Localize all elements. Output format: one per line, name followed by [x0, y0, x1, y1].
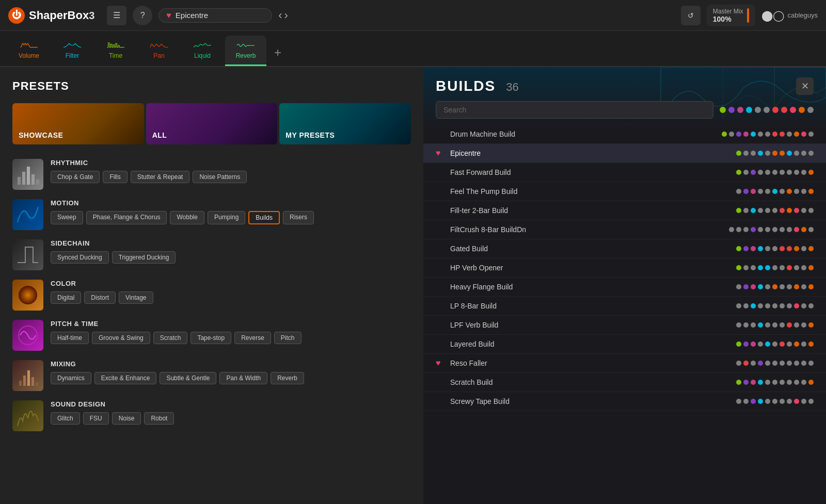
preset-heart[interactable]: ♥: [166, 11, 171, 20]
search-row: [423, 101, 826, 125]
tag-chop---gate[interactable]: Chop & Gate: [51, 171, 100, 183]
tag-dynamics[interactable]: Dynamics: [51, 372, 91, 384]
close-panel-button[interactable]: ✕: [796, 77, 814, 95]
color-filter-dot[interactable]: [755, 107, 761, 113]
power-icon: ⏻: [8, 7, 25, 24]
tag-stutter---repeat[interactable]: Stutter & Repeat: [131, 171, 190, 183]
tag-noise-patterns[interactable]: Noise Patterns: [193, 171, 247, 183]
preset-favorite-icon[interactable]: ♥: [436, 378, 446, 387]
tab-filter[interactable]: Filter: [52, 36, 93, 66]
tag-reverb[interactable]: Reverb: [271, 372, 304, 384]
tag-half-time[interactable]: Half-time: [51, 332, 89, 344]
preset-favorite-icon[interactable]: ♥: [436, 244, 446, 253]
tag-scratch[interactable]: Scratch: [153, 332, 188, 344]
menu-button[interactable]: ☰: [107, 6, 126, 25]
tag-reverse[interactable]: Reverse: [234, 332, 271, 344]
preset-item[interactable]: ♥Feel The Pump Build: [423, 182, 826, 201]
preset-favorite-icon[interactable]: ♥: [436, 168, 446, 177]
tag-tape-stop[interactable]: Tape-stop: [190, 332, 231, 344]
tag-noise[interactable]: Noise: [112, 412, 141, 425]
preset-favorite-icon[interactable]: ♥: [436, 359, 446, 368]
color-filter-dot[interactable]: [764, 107, 770, 113]
svg-rect-0: [18, 177, 21, 185]
tag-sweep[interactable]: Sweep: [51, 211, 83, 224]
preset-name: Epicentre: [176, 11, 208, 20]
mypresets-card[interactable]: MY PRESETS: [279, 103, 411, 144]
preset-favorite-icon[interactable]: ♥: [436, 129, 446, 139]
tag-groove---swing[interactable]: Groove & Swing: [92, 332, 150, 344]
preset-item[interactable]: ♥Drum Machine Build: [423, 125, 826, 144]
color-filter-dot[interactable]: [737, 107, 743, 113]
tag-synced-ducking[interactable]: Synced Ducking: [51, 251, 109, 264]
preset-prev-button[interactable]: ‹: [278, 9, 282, 22]
tag-excite---enhance[interactable]: Excite & Enhance: [94, 372, 157, 384]
tag-subtle---gentle[interactable]: Subtle & Gentle: [160, 372, 216, 384]
tag-vintage[interactable]: Vintage: [119, 291, 153, 304]
preset-item[interactable]: ♥Fast Forward Build: [423, 163, 826, 182]
preset-dot: [787, 189, 792, 194]
preset-name: Fill-ter 2-Bar Build: [450, 206, 736, 215]
preset-item[interactable]: ♥Scratch Build: [423, 373, 826, 392]
color-filter-dot[interactable]: [772, 107, 779, 113]
tag-robot[interactable]: Robot: [144, 412, 174, 425]
tag-distort[interactable]: Distort: [84, 291, 116, 304]
tag-glitch[interactable]: Glitch: [51, 412, 80, 425]
tab-pan[interactable]: Pan: [138, 36, 180, 66]
preset-item[interactable]: ♥HP Verb Opener: [423, 258, 826, 278]
tag-pitch[interactable]: Pitch: [274, 332, 301, 344]
color-filter-dot[interactable]: [728, 107, 735, 113]
preset-item[interactable]: ♥Screwy Tape Build: [423, 392, 826, 411]
color-filter-dot[interactable]: [720, 107, 726, 113]
tab-liquid[interactable]: Liquid: [182, 36, 223, 66]
preset-favorite-icon[interactable]: ♥: [436, 339, 446, 349]
add-tab-button[interactable]: +: [268, 43, 287, 62]
tag-phase--flange---chorus[interactable]: Phase, Flange & Chorus: [86, 211, 167, 224]
tab-reverb[interactable]: Reverb: [225, 36, 266, 66]
showcase-card[interactable]: SHOWCASE: [12, 103, 144, 144]
tag-wobble[interactable]: Wobble: [170, 211, 204, 224]
tag-fills[interactable]: Fills: [103, 171, 127, 183]
tag-pumping[interactable]: Pumping: [208, 211, 245, 224]
tag-risers[interactable]: Risers: [283, 211, 314, 224]
preset-item[interactable]: ♥FiltCrush 8-Bar BuildDn: [423, 220, 826, 239]
all-card[interactable]: ALL: [146, 103, 278, 144]
tag-triggered-ducking[interactable]: Triggered Ducking: [112, 251, 176, 264]
preset-favorite-icon[interactable]: ♥: [436, 397, 446, 406]
tag-digital[interactable]: Digital: [51, 291, 81, 304]
preset-dot: [787, 151, 792, 156]
preset-favorite-icon[interactable]: ♥: [436, 301, 446, 311]
tag-pan---width[interactable]: Pan & Width: [219, 372, 267, 384]
help-button[interactable]: ?: [133, 6, 152, 25]
svg-rect-1: [22, 172, 25, 185]
preset-next-button[interactable]: ›: [284, 9, 288, 22]
preset-item[interactable]: ♥Gated Build: [423, 239, 826, 258]
color-filter-dot[interactable]: [746, 107, 752, 113]
color-filter-dot[interactable]: [781, 107, 787, 113]
preset-dot: [787, 303, 792, 308]
preset-item[interactable]: ♥Fill-ter 2-Bar Build: [423, 201, 826, 220]
preset-favorite-icon[interactable]: ♥: [436, 263, 446, 272]
preset-item[interactable]: ♥Epicentre: [423, 144, 826, 163]
color-filter-dot[interactable]: [790, 107, 796, 113]
preset-favorite-icon[interactable]: ♥: [436, 282, 446, 291]
preset-favorite-icon[interactable]: ♥: [436, 187, 446, 196]
color-filter-dot[interactable]: [807, 107, 814, 113]
preset-item[interactable]: ♥LPF Verb Build: [423, 316, 826, 335]
color-filter-dot[interactable]: [799, 107, 805, 113]
tab-time[interactable]: Time: [95, 36, 136, 66]
refresh-button[interactable]: ↺: [681, 6, 701, 25]
category-name-motion: MOTION: [51, 199, 411, 207]
tag-builds[interactable]: Builds: [248, 211, 280, 224]
preset-favorite-icon[interactable]: ♥: [436, 149, 446, 158]
preset-item[interactable]: ♥Reso Faller: [423, 354, 826, 373]
preset-favorite-icon[interactable]: ♥: [436, 320, 446, 330]
tab-volume[interactable]: Volume: [8, 36, 50, 66]
preset-favorite-icon[interactable]: ♥: [436, 206, 446, 215]
preset-item[interactable]: ♥Heavy Flange Build: [423, 278, 826, 297]
tab-filter-label: Filter: [66, 52, 80, 59]
tag-fsu[interactable]: FSU: [83, 412, 109, 425]
preset-item[interactable]: ♥LP 8-Bar Build: [423, 297, 826, 316]
search-input[interactable]: [436, 101, 713, 119]
preset-item[interactable]: ♥Layered Build: [423, 335, 826, 354]
preset-favorite-icon[interactable]: ♥: [436, 225, 446, 234]
